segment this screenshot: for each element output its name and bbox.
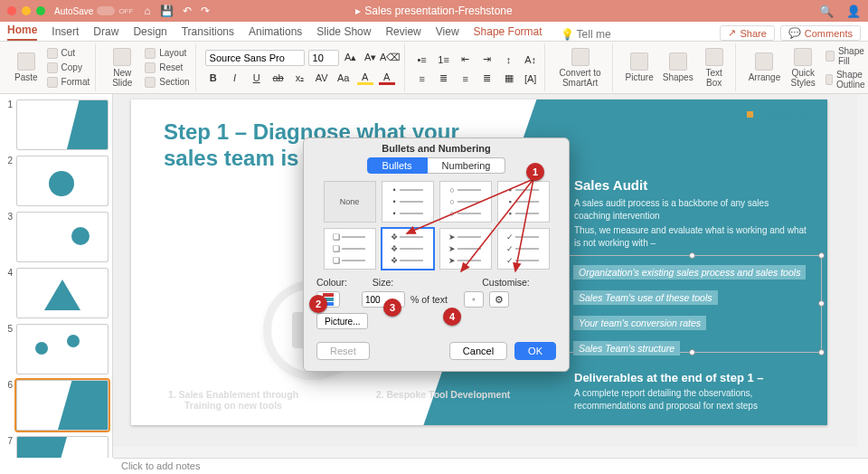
section-button[interactable]: Section (145, 76, 189, 89)
bullet-option-box[interactable]: ❏❏❏ (324, 228, 376, 270)
bullet-item[interactable]: Your team's conversion rates (573, 316, 706, 330)
align-center-button[interactable]: ≣ (436, 71, 452, 86)
align-right-button[interactable]: ≡ (458, 71, 474, 86)
tell-me[interactable]: 💡Tell me (561, 28, 611, 41)
thumbnail-1[interactable] (16, 100, 108, 150)
underline-button[interactable]: U (249, 71, 265, 85)
bullet-option-disc[interactable]: ••• (382, 181, 434, 223)
thumbnail-5[interactable] (16, 324, 108, 374)
tab-review[interactable]: Review (385, 23, 420, 41)
customise-char-button[interactable]: ▫ (464, 291, 484, 308)
redo-icon[interactable]: ↷ (201, 5, 210, 17)
vertical-scrollbar[interactable] (857, 94, 868, 458)
layout-button[interactable]: Layout (145, 47, 189, 60)
dialog-reset-button[interactable]: Reset (316, 342, 370, 360)
notes-pane[interactable]: Click to add notes (114, 458, 868, 474)
dialog-cancel-button[interactable]: Cancel (449, 342, 507, 360)
comments-button[interactable]: 💬Comments (780, 25, 861, 41)
bullet-item[interactable]: Sales Team's structure (573, 341, 680, 356)
paste-button[interactable]: Paste (11, 43, 42, 91)
thumbnail-7[interactable] (16, 436, 108, 458)
deliverables-heading[interactable]: Deliverables at the end of step 1 – (574, 371, 764, 384)
selected-textbox[interactable]: Organization's existing sales process an… (563, 255, 822, 353)
tab-animations[interactable]: Animations (249, 23, 302, 41)
tab-design[interactable]: Design (133, 23, 166, 41)
text-direction-button[interactable]: A↕ (523, 52, 539, 67)
font-color-button[interactable]: A (379, 71, 395, 85)
convert-smartart-button[interactable]: Convert to SmartArt (554, 43, 607, 91)
sales-audit-p1[interactable]: A sales audit process is a backbone of a… (574, 197, 800, 223)
tab-insert[interactable]: Insert (52, 23, 79, 41)
sales-audit-heading[interactable]: Sales Audit (574, 177, 647, 193)
new-slide-button[interactable]: New Slide (105, 43, 139, 91)
customise-gear-button[interactable]: ⚙ (489, 291, 509, 308)
change-case-button[interactable]: Aa (335, 71, 352, 85)
increase-font-icon[interactable]: A▴ (343, 50, 359, 64)
dialog-tab-numbering[interactable]: Numbering (428, 157, 506, 174)
picture-button[interactable]: Picture (622, 43, 657, 91)
sales-audit-p2[interactable]: Thus, we measure and evaluate what is wo… (574, 224, 809, 250)
bullet-option-circle[interactable]: ○○○ (439, 181, 492, 223)
copy-button[interactable]: Copy (47, 62, 90, 74)
align-text-button[interactable]: [A] (523, 71, 539, 86)
search-icon[interactable]: 🔍 (819, 5, 834, 18)
cut-button[interactable]: Cut (47, 47, 90, 60)
align-left-button[interactable]: ≡ (414, 71, 430, 86)
tab-draw[interactable]: Draw (93, 23, 118, 41)
bullets-button[interactable]: •≡ (414, 52, 430, 67)
deliverables-text[interactable]: A complete report detailing the observat… (574, 387, 809, 412)
numbering-button[interactable]: 1≡ (436, 52, 452, 67)
highlight-button[interactable]: A (357, 71, 373, 85)
bullet-option-arrow[interactable]: ➤➤➤ (439, 228, 492, 270)
minimize-icon[interactable] (22, 6, 31, 15)
shapes-button[interactable]: Shapes (659, 43, 697, 91)
font-size-combo[interactable] (308, 50, 339, 66)
clear-format-icon[interactable]: A⌫ (382, 50, 399, 64)
thumbnail-3[interactable] (16, 212, 108, 262)
maximize-icon[interactable] (36, 6, 45, 15)
shape-outline-button[interactable]: Shape Outline (826, 69, 868, 90)
shadow-button[interactable]: AV (314, 71, 330, 85)
tab-shape-format[interactable]: Shape Format (474, 23, 542, 41)
dialog-ok-button[interactable]: OK (514, 342, 556, 360)
justify-button[interactable]: ≣ (479, 71, 495, 86)
strike-button[interactable]: ab (270, 71, 287, 85)
subscript-button[interactable]: x₂ (292, 71, 308, 85)
slide-thumbnails[interactable]: 1 2 3 4 5 6 7 8 (0, 94, 113, 458)
bullet-item[interactable]: Sales Team's use of these tools (573, 290, 718, 305)
format-painter-button[interactable]: Format (47, 76, 90, 89)
bullet-item[interactable]: Organization's existing sales process an… (573, 265, 806, 280)
horizontal-scrollbar[interactable] (113, 447, 857, 458)
bold-button[interactable]: B (205, 71, 222, 85)
dialog-tab-bullets[interactable]: Bullets (367, 157, 428, 174)
bullet-option-diamond[interactable]: ❖❖❖ (382, 228, 434, 270)
columns-button[interactable]: ▦ (501, 71, 517, 86)
reset-button[interactable]: Reset (145, 62, 189, 74)
picture-bullet-button[interactable]: Picture... (316, 313, 368, 329)
line-spacing-button[interactable]: ↕ (501, 52, 517, 67)
thumbnail-6[interactable] (16, 380, 108, 431)
save-icon[interactable]: 💾 (160, 5, 174, 17)
autosave-toggle[interactable]: AutoSave OFF (54, 6, 133, 16)
account-icon[interactable]: 👤 (846, 5, 861, 18)
close-icon[interactable] (7, 6, 16, 15)
tab-transitions[interactable]: Transitions (182, 23, 234, 41)
shape-fill-button[interactable]: Shape Fill (826, 45, 868, 67)
thumbnail-4[interactable] (16, 268, 108, 318)
indent-left-button[interactable]: ⇤ (458, 52, 474, 67)
tab-view[interactable]: View (436, 23, 459, 41)
textbox-button[interactable]: Text Box (699, 43, 730, 91)
italic-button[interactable]: I (227, 71, 243, 85)
undo-icon[interactable]: ↶ (183, 5, 192, 17)
thumbnail-2[interactable] (16, 156, 108, 206)
bullet-option-none[interactable]: None (324, 181, 376, 223)
font-name-combo[interactable] (205, 50, 305, 66)
tab-home[interactable]: Home (7, 21, 37, 41)
indent-right-button[interactable]: ⇥ (479, 52, 495, 67)
share-button[interactable]: ↗Share (720, 25, 774, 41)
home-icon[interactable]: ⌂ (144, 5, 150, 17)
quick-styles-button[interactable]: Quick Styles (786, 43, 820, 91)
decrease-font-icon[interactable]: A▾ (363, 50, 379, 64)
bullet-option-square[interactable]: ▪▪▪ (497, 181, 550, 223)
switch-icon[interactable] (97, 6, 115, 15)
